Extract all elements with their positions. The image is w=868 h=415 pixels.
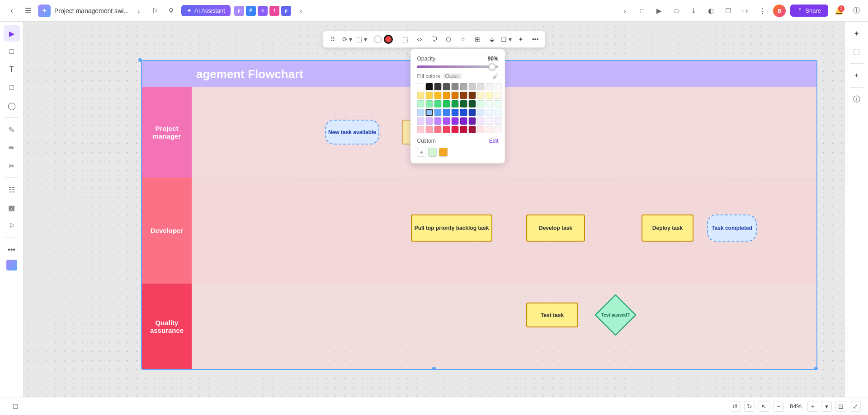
color-swatch-18[interactable] [486,92,493,99]
toolbar-paint[interactable]: ⬙ [486,33,498,46]
toolbar-table[interactable]: ⊞ [471,33,484,46]
tool-table[interactable]: ☷ [4,182,20,198]
toolbar-shape-group[interactable]: ❑ ▾ [500,33,513,46]
shape-new-task[interactable]: New task available [325,120,379,145]
flow-button[interactable]: ↦ [739,5,751,17]
color-swatch-25[interactable] [460,100,467,107]
color-swatch-29[interactable] [495,100,502,107]
toolbar-copy[interactable]: ⬚ [399,33,411,46]
toolbar-more[interactable]: ••• [529,33,542,46]
toolbar-group[interactable]: ⬚ ▾ [355,33,368,46]
color-swatch-59[interactable] [495,126,502,133]
fill-none-swatch[interactable] [374,35,382,43]
shape-task-completed[interactable]: Task completed [707,214,757,242]
plugin-5[interactable]: p [281,6,291,16]
color-swatch-45[interactable] [460,117,467,125]
menu-button[interactable]: ☰ [22,5,34,17]
color-swatch-6[interactable] [469,83,476,90]
color-swatch-24[interactable] [452,100,459,107]
redo-button[interactable]: ↻ [744,401,755,412]
color-swatch-52[interactable] [434,126,442,133]
toolbar-flip[interactable]: ⇔ [413,33,426,46]
resize-handle-bc[interactable] [432,367,436,370]
color-swatch-28[interactable] [486,100,493,107]
color-swatch-44[interactable] [452,117,459,125]
plugin-3[interactable]: s [258,6,268,16]
plugin-4[interactable]: f [269,6,279,16]
color-swatch-3[interactable] [443,83,450,90]
tool-shape[interactable]: ◯ [4,98,20,114]
search-button[interactable]: ⚲ [165,5,178,17]
color-swatch-50[interactable] [417,126,425,133]
zoom-in-button[interactable]: + [807,401,818,412]
tag-button[interactable]: ⚐ [149,5,161,17]
color-swatch-11[interactable] [426,92,433,99]
color-swatch-31[interactable] [426,109,433,116]
color-swatch-39[interactable] [495,109,502,116]
color-swatch-10[interactable] [417,92,425,99]
plugin-1[interactable]: p [234,6,244,16]
timer-button[interactable]: ◐ [704,5,717,17]
color-swatch-23[interactable] [443,100,450,107]
zoom-out-button[interactable]: − [773,401,784,412]
shape-pull-backlog[interactable]: Pull top priority backlog task [411,214,492,242]
color-swatch-58[interactable] [486,126,493,133]
minimap-button[interactable]: □ [7,398,24,415]
tool-frame[interactable]: □ [4,43,20,60]
color-swatch-36[interactable] [469,109,476,116]
color-swatch-57[interactable] [477,126,485,133]
right-tool-info[interactable]: ⓘ [849,91,865,107]
tool-brush[interactable]: ✏ [4,140,20,156]
color-swatch-32[interactable] [434,109,442,116]
color-swatch-13[interactable] [443,92,450,99]
color-swatch-0[interactable] [417,83,425,90]
tool-select[interactable]: ▶ [4,25,20,42]
color-swatch-56[interactable] [469,126,476,133]
color-swatch-40[interactable] [417,117,425,125]
color-swatch-5[interactable] [460,83,467,90]
shape-deploy-task[interactable]: Deploy task [642,214,693,242]
shape-test-passed[interactable]: Test passed? [601,300,630,330]
fullscreen-button[interactable]: ⤢ [850,401,861,412]
right-tool-layout[interactable]: ⬚ [849,43,865,60]
user-avatar[interactable]: B [773,5,786,17]
toolbar-ai[interactable]: ✦ [514,33,527,46]
color-swatch-17[interactable] [477,92,485,99]
color-swatch-12[interactable] [434,92,442,99]
notification-button[interactable]: 🔔 2 [833,5,845,17]
color-swatch-48[interactable] [486,117,493,125]
color-swatch-20[interactable] [417,100,425,107]
color-swatch-2[interactable] [434,83,442,90]
shape-test-task[interactable]: Test task [526,303,578,327]
tool-eraser[interactable]: ✂ [4,158,20,174]
canvas-area[interactable]: ⠿ ⟳ ▾ ⬚ ▾ ⬚ ⇔ 🗨 ⬡ ○ ⊞ ⬙ ❑ ▾ ✦ ••• Opacit… [24,22,844,397]
color-swatch-9[interactable] [495,83,502,90]
eyedropper-button[interactable]: 🖊 [493,73,499,79]
collapse-button[interactable]: ‹ [295,5,307,17]
opacity-slider[interactable] [417,65,499,68]
zoom-dropdown-button[interactable]: ▾ [821,401,832,412]
color-swatch-27[interactable] [477,100,485,107]
color-swatch-41[interactable] [426,117,433,125]
color-swatch-49[interactable] [495,117,502,125]
tool-more[interactable]: ••• [4,242,20,258]
color-swatch-16[interactable] [469,92,476,99]
color-swatch-53[interactable] [443,126,450,133]
back-button[interactable]: ‹ [5,5,18,17]
tool-chart[interactable]: ▩ [4,200,20,216]
color-swatch-22[interactable] [434,100,442,107]
share-button[interactable]: ⤒ Share [790,5,828,17]
color-swatch-21[interactable] [426,100,433,107]
crop-button[interactable]: ☐ [722,5,734,17]
custom-swatch-2[interactable] [439,148,448,157]
add-color-button[interactable]: + [417,148,426,157]
color-swatch-19[interactable] [495,92,502,99]
right-tool-add[interactable]: + [849,67,865,84]
edit-button[interactable]: Edit [489,138,499,144]
color-swatch-37[interactable] [477,109,485,116]
toolbar-transform[interactable]: ⟳ ▾ [341,33,354,46]
resize-handle-tl[interactable] [138,58,142,62]
color-swatch-43[interactable] [443,117,450,125]
next-nav-button[interactable]: › [618,5,631,17]
tool-text[interactable]: T [4,61,20,78]
